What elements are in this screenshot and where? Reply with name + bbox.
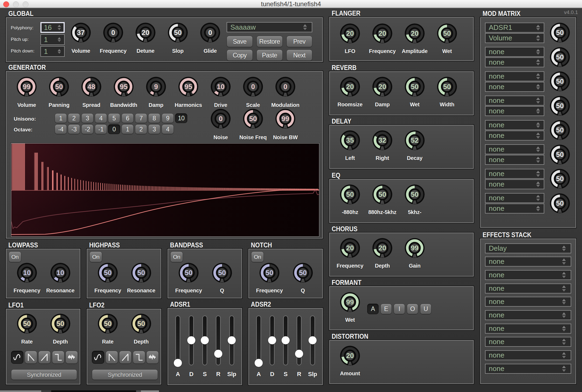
svg-text:20: 20 [142,29,149,36]
svg-text:52: 52 [411,136,418,144]
svg-text:10: 10 [23,269,31,276]
svg-text:50: 50 [556,175,564,183]
svg-text:99: 99 [411,244,418,252]
svg-text:10: 10 [217,83,224,90]
svg-text:99: 99 [346,298,354,306]
svg-text:95: 95 [185,83,192,90]
svg-text:32: 32 [379,136,386,144]
svg-text:0: 0 [111,29,115,36]
svg-text:50: 50 [266,269,273,276]
svg-text:50: 50 [104,320,112,327]
svg-text:20: 20 [379,83,386,90]
svg-text:50: 50 [556,53,564,61]
svg-text:50: 50 [299,269,307,276]
svg-text:50: 50 [556,200,564,207]
svg-text:50: 50 [411,83,418,90]
svg-text:50: 50 [185,269,192,276]
svg-text:50: 50 [411,191,418,198]
svg-text:50: 50 [443,83,451,90]
svg-text:20: 20 [379,244,386,252]
svg-text:0: 0 [219,115,223,122]
svg-text:20: 20 [379,30,386,37]
svg-text:20: 20 [346,30,354,37]
svg-text:35: 35 [346,136,354,144]
svg-text:50: 50 [104,269,112,276]
svg-text:50: 50 [379,191,386,198]
svg-text:37: 37 [77,29,85,36]
svg-text:9: 9 [154,83,158,90]
svg-text:50: 50 [249,115,257,122]
svg-text:10: 10 [57,269,64,276]
svg-text:0: 0 [283,83,287,90]
svg-text:50: 50 [23,320,31,327]
svg-text:0: 0 [251,83,255,90]
svg-text:50: 50 [174,29,182,36]
svg-text:50: 50 [346,191,354,198]
svg-text:50: 50 [57,320,64,327]
svg-text:95: 95 [120,83,127,90]
svg-text:20: 20 [346,352,354,359]
svg-text:0: 0 [208,29,212,36]
svg-text:20: 20 [346,83,354,90]
svg-text:50: 50 [218,269,226,276]
svg-text:50: 50 [137,269,145,276]
svg-text:50: 50 [556,151,564,158]
svg-text:50: 50 [556,102,564,110]
svg-text:48: 48 [88,83,95,90]
svg-text:50: 50 [556,126,564,134]
svg-text:20: 20 [411,30,418,37]
svg-text:50: 50 [137,320,145,327]
svg-text:50: 50 [556,78,564,85]
svg-text:20: 20 [346,244,354,252]
svg-text:50: 50 [443,30,451,37]
svg-text:50: 50 [55,83,63,90]
svg-text:99: 99 [23,83,30,90]
svg-text:99: 99 [282,115,289,122]
svg-text:50: 50 [556,29,564,36]
